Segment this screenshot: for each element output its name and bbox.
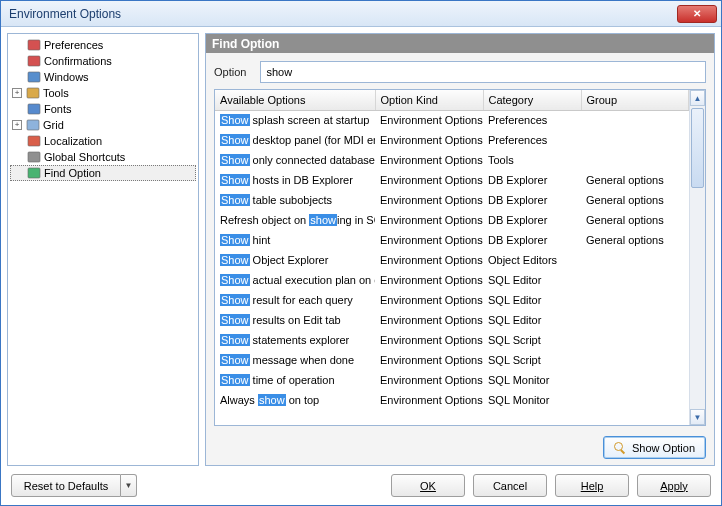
cell: [581, 330, 689, 350]
cell: [581, 110, 689, 130]
cell: [581, 350, 689, 370]
cell: SQL Monitor: [483, 370, 581, 390]
options-grid: Available Options Option Kind Category G…: [214, 89, 706, 426]
scroll-down-button[interactable]: ▼: [690, 409, 705, 425]
window-frame: Environment Options ✕ PreferencesConfirm…: [0, 0, 722, 506]
reset-split-button[interactable]: Reset to Defaults ▼: [11, 474, 137, 497]
cell: Environment Options: [375, 150, 483, 170]
close-button[interactable]: ✕: [677, 5, 717, 23]
tree-item-label: Localization: [44, 135, 102, 147]
tree-item[interactable]: Preferences: [10, 37, 196, 53]
table-row[interactable]: Show desktop panel (for MDI environment …: [215, 130, 689, 150]
tree-item-icon: [27, 102, 41, 116]
help-button[interactable]: Help: [555, 474, 629, 497]
table-row[interactable]: Refresh object on showing in SQLEnvironm…: [215, 210, 689, 230]
cell-option-name: Refresh object on showing in SQL: [215, 210, 375, 230]
svg-rect-12: [28, 136, 40, 146]
cell-option-name: Show results on Edit tab: [215, 310, 375, 330]
cell: SQL Monitor: [483, 390, 581, 410]
apply-button[interactable]: Apply: [637, 474, 711, 497]
cell: Environment Options: [375, 130, 483, 150]
show-option-button[interactable]: Show Option: [603, 436, 706, 459]
table-row[interactable]: Show time of operationEnvironment Option…: [215, 370, 689, 390]
reset-dropdown-toggle[interactable]: ▼: [121, 474, 137, 497]
cell: [581, 270, 689, 290]
table-row[interactable]: Show only connected databasesEnvironment…: [215, 150, 689, 170]
tree-item-icon: [26, 86, 40, 100]
tree-item-icon: [27, 166, 41, 180]
cell: DB Explorer: [483, 230, 581, 250]
reset-button[interactable]: Reset to Defaults: [11, 474, 121, 497]
svg-rect-8: [28, 104, 40, 114]
cell-option-name: Show desktop panel (for MDI environment …: [215, 130, 375, 150]
options-table: Available Options Option Kind Category G…: [215, 90, 689, 410]
cell: SQL Editor: [483, 310, 581, 330]
tree-item[interactable]: Confirmations: [10, 53, 196, 69]
ok-button[interactable]: OK: [391, 474, 465, 497]
tree-item[interactable]: +Tools: [10, 85, 196, 101]
table-row[interactable]: Show table subobjectsEnvironment Options…: [215, 190, 689, 210]
tree-twisty[interactable]: +: [12, 120, 22, 130]
cell: Environment Options: [375, 330, 483, 350]
tree-item[interactable]: +Grid: [10, 117, 196, 133]
titlebar[interactable]: Environment Options ✕: [1, 1, 721, 27]
table-row[interactable]: Show statements explorerEnvironment Opti…: [215, 330, 689, 350]
table-row[interactable]: Show Object ExplorerEnvironment OptionsO…: [215, 250, 689, 270]
scroll-up-button[interactable]: ▲: [690, 90, 705, 106]
svg-rect-14: [28, 152, 40, 162]
table-row[interactable]: Show actual execution plan on qEnvironme…: [215, 270, 689, 290]
cell: Environment Options: [375, 230, 483, 250]
table-row[interactable]: Show hosts in DB ExplorerEnvironment Opt…: [215, 170, 689, 190]
col-group[interactable]: Group: [581, 90, 689, 110]
tree-twisty[interactable]: +: [12, 88, 22, 98]
table-row[interactable]: Show result for each queryEnvironment Op…: [215, 290, 689, 310]
apply-label: Apply: [660, 480, 688, 492]
tree-item[interactable]: Localization: [10, 133, 196, 149]
cell-option-name: Show statements explorer: [215, 330, 375, 350]
scroll-track[interactable]: [690, 106, 705, 409]
cell: [581, 390, 689, 410]
table-row[interactable]: Show results on Edit tabEnvironment Opti…: [215, 310, 689, 330]
tree-item[interactable]: Fonts: [10, 101, 196, 117]
tree-item[interactable]: Global Shortcuts: [10, 149, 196, 165]
cancel-button[interactable]: Cancel: [473, 474, 547, 497]
vertical-scrollbar[interactable]: ▲ ▼: [689, 90, 705, 425]
cell: Environment Options: [375, 310, 483, 330]
cell-option-name: Show table subobjects: [215, 190, 375, 210]
cell: General options: [581, 190, 689, 210]
col-category[interactable]: Category: [483, 90, 581, 110]
tree-item-label: Global Shortcuts: [44, 151, 125, 163]
nav-tree[interactable]: PreferencesConfirmationsWindows+ToolsFon…: [7, 33, 199, 466]
col-available-options[interactable]: Available Options: [215, 90, 375, 110]
tree-item-label: Windows: [44, 71, 89, 83]
ok-label: OK: [420, 480, 436, 492]
cell: SQL Script: [483, 330, 581, 350]
section-heading: Find Option: [206, 34, 714, 53]
tree-item-label: Tools: [43, 87, 69, 99]
cell: [581, 130, 689, 150]
table-row[interactable]: Always show on topEnvironment OptionsSQL…: [215, 390, 689, 410]
table-row[interactable]: Show message when doneEnvironment Option…: [215, 350, 689, 370]
cell: [581, 150, 689, 170]
cell: Environment Options: [375, 210, 483, 230]
tree-item-icon: [27, 150, 41, 164]
cell-option-name: Show splash screen at startup: [215, 110, 375, 130]
table-row[interactable]: Show hintEnvironment OptionsDB ExplorerG…: [215, 230, 689, 250]
cell: [581, 310, 689, 330]
option-input[interactable]: [260, 61, 706, 83]
option-row: Option: [206, 53, 714, 89]
cell: [581, 290, 689, 310]
scroll-thumb[interactable]: [691, 108, 704, 188]
tree-item-icon: [27, 70, 41, 84]
svg-rect-0: [28, 40, 40, 50]
tree-item[interactable]: Windows: [10, 69, 196, 85]
svg-rect-16: [28, 168, 40, 178]
tree-item[interactable]: Find Option: [10, 165, 196, 181]
cell: DB Explorer: [483, 170, 581, 190]
show-option-label: Show Option: [632, 442, 695, 454]
table-row[interactable]: Show splash screen at startupEnvironment…: [215, 110, 689, 130]
cell: DB Explorer: [483, 210, 581, 230]
col-option-kind[interactable]: Option Kind: [375, 90, 483, 110]
cell: SQL Editor: [483, 290, 581, 310]
tree-item-icon: [27, 54, 41, 68]
